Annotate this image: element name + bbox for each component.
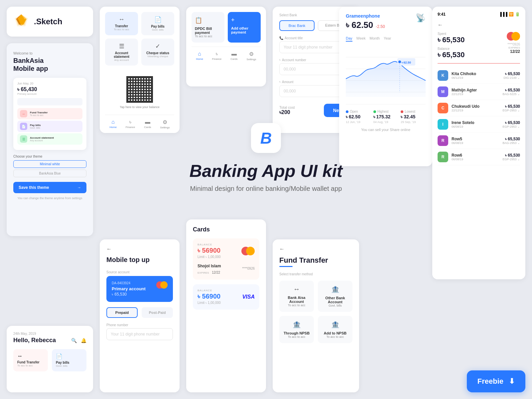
card1-bottom-row: Shojol Islam EXPIRES 12/22 ****0926: [198, 262, 255, 275]
cheque-grid-sub: View/blog cheque: [145, 55, 171, 58]
stock-change: -2.50: [376, 24, 385, 29]
period-tabs: Day Week Month Year: [346, 36, 426, 42]
cc-spent-label: Spent: [438, 32, 465, 36]
prepaid-button[interactable]: Prepaid: [106, 307, 138, 318]
nav-finance[interactable]: ৳Finance: [126, 119, 135, 129]
fund-transfer-title: Fund Transfer: [279, 256, 352, 265]
dpdc-grid: 📋 DPDC Bill payment To acc to acc + Add …: [192, 12, 261, 43]
settings-icon-2: ⚙: [247, 51, 256, 57]
credit-card-item[interactable]: BALANCE ৳ 56900 Limit ৳ 1,00,000 Shojol …: [193, 238, 259, 280]
dpdc-nav-cards[interactable]: ▬Cards: [230, 51, 237, 61]
bank-aisa-label: Bank Aisa Account: [283, 296, 311, 304]
bank-aisa-icon: ↔: [283, 285, 311, 293]
tx-id-3[interactable]: EGP-2953 ⌄: [502, 125, 520, 128]
mobile-topup-card: ← Mobile top up Source account DA-840392…: [100, 239, 180, 392]
tx-item-3: I Irene Sotelo 06/08/19 ৳ 65,530 EGP-295…: [438, 116, 520, 133]
nav-home[interactable]: ⌂Home: [109, 119, 116, 129]
card1-top-row: BALANCE ৳ 56900 Limit ৳ 1,00,000: [198, 243, 255, 259]
tx-back-arrow[interactable]: ←: [438, 22, 520, 28]
hero-title: Banking App UI kit: [190, 161, 342, 181]
bell-icon[interactable]: 🔔: [81, 338, 86, 343]
action-transfer-label: Fund Transfer: [17, 360, 44, 364]
tx-amount-5: ৳ 65,530: [502, 153, 520, 158]
bankasia-phone-preview: Jun May, 20 ৳ 65,430 Primary account ↔ F…: [13, 78, 86, 150]
theme-minimal[interactable]: Minimal white: [13, 160, 86, 168]
period-month[interactable]: Month: [369, 36, 380, 42]
visa-card-item[interactable]: BALANCE ৳ 56900 Limit ৳ 1,00,000 VISA: [193, 284, 259, 310]
ft-method-add-npsb[interactable]: 🏦 Add to NPSB To acc to acc: [318, 316, 352, 343]
nav-cards[interactable]: ▬Cards: [144, 119, 151, 129]
dpdc-bill-item[interactable]: 📋 DPDC Bill payment To acc to acc: [192, 12, 224, 43]
phone-balance: ৳ 65,430: [17, 86, 82, 92]
dpdc-nav-home[interactable]: ⌂Home: [196, 51, 203, 61]
period-week[interactable]: Week: [356, 36, 366, 42]
freebie-button[interactable]: Freebie ⬇: [467, 370, 525, 392]
search-icon[interactable]: 🔍: [71, 338, 77, 343]
phone-field-icon: 📞: [279, 36, 283, 40]
stock-sell-note: You can sell your Share online: [346, 128, 426, 132]
stat-open-date: 12 Jun, '19: [346, 120, 371, 124]
fund-transfer-back[interactable]: ←: [279, 246, 352, 252]
bills-grid-label: Pay bills: [145, 25, 171, 28]
visa-logo: VISA: [242, 294, 255, 300]
theme-blue[interactable]: BankAsia Blue: [13, 170, 86, 177]
statement-grid-sub: Any account: [108, 59, 135, 62]
transfer-item-bills[interactable]: 📄 Pay bills Govt. bills: [141, 12, 174, 35]
period-year[interactable]: Year: [384, 36, 391, 42]
pa-da-number: DA-8403924: [112, 281, 146, 285]
download-icon: ⬇: [509, 377, 515, 386]
tx-id-4[interactable]: BAG-2953 ⌄: [502, 141, 520, 145]
statement-label: Account statement: [30, 136, 54, 139]
tx-id-1[interactable]: BAG-5225 ⌄: [502, 92, 520, 96]
tx-id-2[interactable]: EGP-2953 ⌄: [502, 109, 520, 112]
cards-icon-2: ▬: [230, 51, 237, 57]
cc-display: Spent ৳ 65,530 Balance ৳ 65,530 ****0926…: [438, 32, 520, 59]
nav-settings[interactable]: ⚙Settings: [160, 119, 170, 129]
finance-icon-2: ৳: [212, 51, 221, 57]
topup-back-arrow[interactable]: ←: [106, 246, 173, 252]
dpdc-add-payment-item[interactable]: + Add other payment: [228, 12, 261, 43]
tx-id-5[interactable]: EGP-2953 ⌄: [502, 158, 520, 161]
statement-grid-icon: ☰: [108, 43, 135, 50]
ft-method-npsb[interactable]: 🏦 Through NPSB To acc to acc: [279, 316, 314, 343]
transfer-item-statement[interactable]: ☰ Account statement Any account: [105, 39, 138, 66]
phone-input[interactable]: Your 11 digit phone number: [106, 328, 173, 340]
cc-balance-value: ৳ 65,530: [438, 51, 465, 59]
tx-id-0[interactable]: DIG-2149 ⌄: [503, 76, 520, 79]
finance-icon: ৳: [126, 119, 135, 125]
action-pay-bills[interactable]: 📄 Pay bills Govt. bills: [52, 349, 86, 371]
tx-avatar-4: R: [438, 135, 448, 146]
tx-name-1: Mathijn Agter: [452, 88, 499, 92]
ft-method-bank-aisa[interactable]: ↔ Bank Aisa Account To acc to acc: [279, 281, 314, 312]
qr-code[interactable]: [126, 76, 153, 103]
postpaid-button[interactable]: Post-Paid: [142, 307, 173, 318]
brac-bank-btn[interactable]: Brac Bank: [279, 20, 315, 31]
period-day[interactable]: Day: [346, 36, 352, 42]
transfer-item-transfer[interactable]: ↔ Transfer To acc to acc: [105, 12, 138, 35]
dpdc-nav-finance[interactable]: ৳Finance: [212, 51, 221, 61]
dpdc-nav-settings[interactable]: ⚙Settings: [247, 51, 256, 61]
tx-item-5: R Row6 06/08/19 ৳ 65,530 EGP-2953 ⌄: [438, 149, 520, 165]
bankasia-welcome: Welcome to: [13, 51, 86, 55]
stat-open-value: ৳ 62.50: [346, 114, 371, 120]
pay-label: Pay bills: [30, 124, 41, 127]
hero-section: B Banking App UI kit Minimal design for …: [190, 123, 342, 193]
phone-menu-pay: 📄 Pay bills Govt. bills: [17, 121, 82, 132]
topup-title: Mobile top up: [106, 256, 173, 264]
ft-method-other-bank[interactable]: 🏦 Other Bank Account Govt. bills: [318, 281, 352, 312]
save-theme-button[interactable]: Save this theme →: [13, 182, 86, 193]
card1-name: Shojol Islam: [198, 264, 221, 268]
amount-currency-icon: ৳: [279, 80, 281, 84]
transfer-grid-label: Transfer: [108, 24, 135, 28]
transfer-item-cheque[interactable]: ✓ Cheque status View/blog cheque: [141, 39, 174, 66]
fund-icon: ↔: [20, 110, 27, 117]
statement-grid-label: Account statement: [108, 51, 135, 59]
theme-note: You can change the theme anytime from se…: [13, 197, 86, 200]
action-transfer-sub: To acc to acc: [17, 364, 44, 367]
tx-amount-1: ৳ 65,530: [502, 88, 520, 92]
open-dot: [346, 110, 348, 113]
cc-card-number: ****0926: [507, 43, 520, 46]
tx-amount-3: ৳ 65,530: [502, 120, 520, 125]
stat-lowest-date: 29 Sep, '19: [401, 120, 426, 124]
action-fund-transfer[interactable]: ↔ Fund Transfer To acc to acc: [13, 349, 48, 371]
